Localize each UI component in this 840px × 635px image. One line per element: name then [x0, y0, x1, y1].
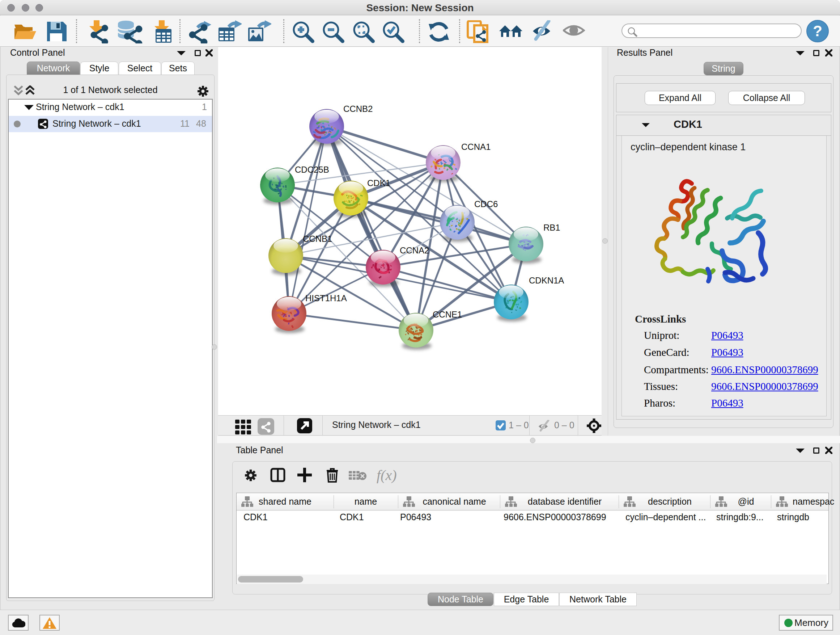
- svg-text:CDC25B: CDC25B: [295, 165, 329, 174]
- svg-text:CDKN1A: CDKN1A: [529, 276, 564, 285]
- svg-text:?: ?: [813, 22, 822, 40]
- svg-text:CCNB1: CCNB1: [303, 234, 332, 244]
- svg-text:RB1: RB1: [543, 223, 561, 233]
- svg-text:CCNA2: CCNA2: [400, 245, 429, 255]
- svg-text:CCNE1: CCNE1: [433, 310, 462, 319]
- svg-text:CDC6: CDC6: [474, 199, 498, 209]
- svg-text:CCNA1: CCNA1: [461, 142, 491, 152]
- svg-text:HIST1H1A: HIST1H1A: [305, 293, 347, 303]
- svg-text:CDK1: CDK1: [367, 178, 390, 188]
- svg-text:CCNB2: CCNB2: [343, 104, 373, 114]
